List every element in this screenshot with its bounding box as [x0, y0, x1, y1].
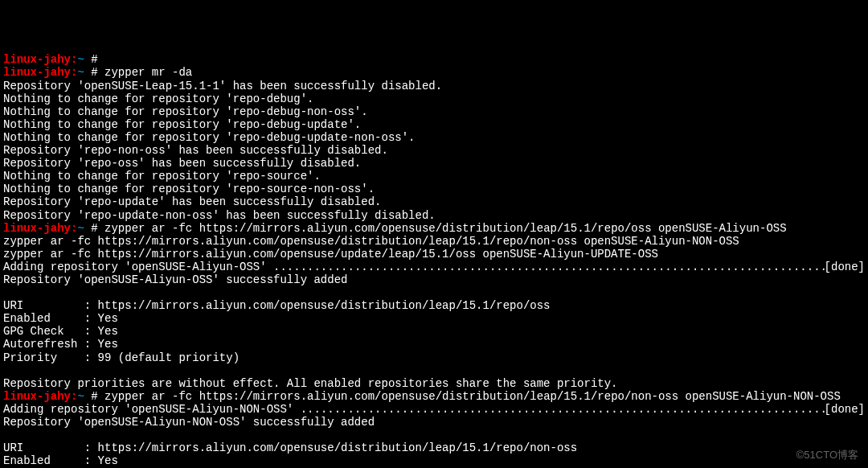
output-line: Repository 'repo-update-non-oss' has bee…	[3, 209, 865, 222]
progress-done: [done]	[825, 261, 865, 273]
progress-line: Adding repository 'openSUSE-Aliyun-OSS' …	[3, 261, 865, 273]
output-line: Nothing to change for repository 'repo-d…	[3, 118, 865, 131]
prompt-line: linux-jahy:~ #	[3, 53, 865, 66]
prompt-path: ~	[77, 222, 84, 235]
output-line: Repository 'repo-oss' has been successfu…	[3, 157, 865, 170]
prompt-line: linux-jahy:~ # zypper mr -da	[3, 66, 865, 79]
output-line: Repository priorities are without effect…	[3, 377, 865, 390]
output-line: Enabled : Yes	[3, 312, 865, 325]
prompt-symbol: #	[84, 222, 98, 235]
output-line: Nothing to change for repository 'repo-d…	[3, 92, 865, 105]
output-line: Nothing to change for repository 'repo-s…	[3, 170, 865, 183]
command-text: zypper mr -da	[98, 66, 193, 79]
output-line: zypper ar -fc https://mirrors.aliyun.com…	[3, 248, 865, 261]
prompt-host: linux-jahy:	[3, 222, 77, 235]
prompt-host: linux-jahy:	[3, 66, 77, 79]
output-line: Repository 'repo-non-oss' has been succe…	[3, 144, 865, 157]
output-line: Autorefresh : Yes	[3, 338, 865, 351]
output-line	[3, 364, 865, 377]
progress-line: Adding repository 'openSUSE-Aliyun-NON-O…	[3, 403, 865, 416]
progress-done: [done]	[825, 403, 865, 416]
output-line: zypper ar -fc https://mirrors.aliyun.com…	[3, 235, 865, 248]
output-line: Priority : 99 (default priority)	[3, 351, 865, 364]
command-text: zypper ar -fc https://mirrors.aliyun.com…	[98, 390, 841, 403]
prompt-symbol: #	[84, 66, 98, 79]
prompt-line: linux-jahy:~ # zypper ar -fc https://mir…	[3, 390, 865, 403]
output-line	[3, 286, 865, 299]
command-text: zypper ar -fc https://mirrors.aliyun.com…	[98, 222, 787, 235]
prompt-path: ~	[77, 53, 84, 66]
output-line: GPG Check : Yes	[3, 325, 865, 338]
prompt-host: linux-jahy:	[3, 53, 77, 66]
progress-label: Adding repository 'openSUSE-Aliyun-NON-O…	[3, 403, 301, 416]
output-line: Repository 'openSUSE-Aliyun-NON-OSS' suc…	[3, 416, 865, 429]
output-line: Nothing to change for repository 'repo-d…	[3, 131, 865, 144]
output-line: Repository 'repo-update' has been succes…	[3, 195, 865, 208]
progress-dots: ........................................…	[301, 403, 825, 416]
prompt-host: linux-jahy:	[3, 390, 77, 403]
output-line: Repository 'openSUSE-Aliyun-OSS' success…	[3, 273, 865, 286]
output-line: URI : https://mirrors.aliyun.com/opensus…	[3, 299, 865, 312]
output-line: Repository 'openSUSE-Leap-15.1-1' has be…	[3, 80, 865, 92]
progress-dots: ........................................…	[273, 261, 825, 273]
terminal-output[interactable]: linux-jahy:~ #linux-jahy:~ # zypper mr -…	[3, 53, 865, 468]
output-line	[3, 429, 865, 441]
output-line: URI : https://mirrors.aliyun.com/opensus…	[3, 441, 865, 454]
progress-label: Adding repository 'openSUSE-Aliyun-OSS'	[3, 261, 273, 273]
prompt-path: ~	[77, 390, 84, 403]
prompt-path: ~	[77, 66, 84, 79]
prompt-symbol: #	[84, 53, 98, 66]
output-line: Nothing to change for repository 'repo-s…	[3, 183, 865, 195]
watermark-text: ©51CTO博客	[796, 450, 858, 462]
prompt-symbol: #	[84, 390, 98, 403]
output-line: Nothing to change for repository 'repo-d…	[3, 105, 865, 118]
prompt-line: linux-jahy:~ # zypper ar -fc https://mir…	[3, 222, 865, 235]
output-line: Enabled : Yes	[3, 454, 865, 467]
